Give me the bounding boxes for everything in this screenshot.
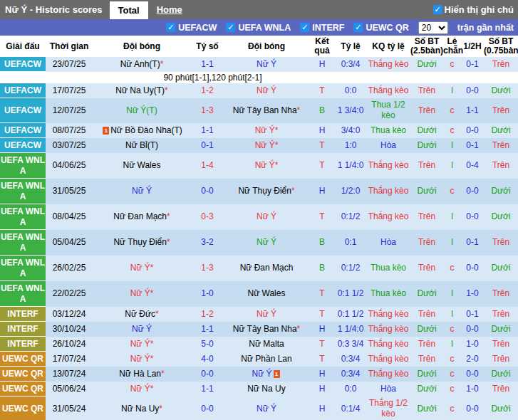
full-time-score: 3-2 <box>191 230 224 256</box>
team-link[interactable]: Nữ Malta <box>249 339 284 349</box>
league-badge: INTERF <box>0 322 46 337</box>
team-link[interactable]: Nữ Wales <box>248 288 286 298</box>
team-link[interactable]: Nữ Ý <box>255 140 275 150</box>
odd-even: l <box>443 153 461 179</box>
team-link[interactable]: Nữ Na Uy(T) <box>115 85 165 95</box>
column-header: KQ tỷ lệ <box>366 36 410 57</box>
result-letter: H <box>309 123 335 138</box>
checkbox-checked-icon[interactable]: ✓ <box>226 23 235 32</box>
filter-interf[interactable]: ✓ INTERF <box>300 23 344 33</box>
team-link[interactable]: Nữ Ý <box>257 85 276 95</box>
tab-home[interactable]: Home <box>148 0 191 19</box>
over-under-0-75: Trên <box>484 98 518 123</box>
league-badge: UEFACW <box>0 138 46 153</box>
team-link[interactable]: Nữ Anh(T) <box>120 59 160 69</box>
team-link[interactable]: Nữ Ý(T) <box>126 105 157 115</box>
filter-label: UEFACW <box>178 23 217 33</box>
handicap-result: Thua kèo <box>366 256 410 281</box>
show-notes-toggle[interactable]: ✓ Hiển thị ghi chú <box>433 0 518 19</box>
match-row: UEFA WNLA22/02/25Nữ Ý*1-0Nữ WalesT0:1 1/… <box>0 281 518 307</box>
over-under-0-75: Trên <box>484 307 518 322</box>
handicap-odds: 0:3/4 <box>335 352 366 367</box>
checkbox-checked-icon[interactable]: ✓ <box>353 23 363 32</box>
odd-even: c <box>443 57 461 72</box>
checkbox-checked-icon[interactable]: ✓ <box>166 23 175 32</box>
team-link[interactable]: Nữ Bỉ(T) <box>125 140 158 150</box>
team-link[interactable]: Nữ Ý <box>257 211 276 221</box>
team-cell: Nữ Ý <box>93 179 191 204</box>
match-date: 31/05/25 <box>46 179 93 204</box>
match-date: 26/10/24 <box>46 337 93 352</box>
over-under-2-5: Dưới <box>410 123 443 138</box>
team-link[interactable]: Nữ Ý <box>252 369 271 379</box>
over-under-0-75: Trên <box>484 382 518 397</box>
team-link[interactable]: Nữ Ý <box>257 309 276 319</box>
handicap-odds: 0:1 1/2 <box>335 307 366 322</box>
team-link[interactable]: Nữ Ý <box>130 384 150 394</box>
team-link[interactable]: Nữ Ý <box>130 339 150 349</box>
team-cell: Nữ Ý* <box>224 123 309 138</box>
team-cell: Nữ Ý* <box>93 256 191 281</box>
checkbox-checked-icon[interactable]: ✓ <box>300 23 309 32</box>
team-link[interactable]: Nữ Tây Ban Nha <box>233 105 297 115</box>
team-link[interactable]: Nữ Ý <box>130 354 150 364</box>
team-link[interactable]: Nữ Thụy Điển <box>238 186 291 196</box>
favorite-star-icon: * <box>161 369 165 379</box>
team-link[interactable]: Nữ Ý <box>255 160 275 170</box>
team-link[interactable]: Nữ Wales <box>123 160 161 170</box>
over-under-0-75: Dưới <box>484 123 518 138</box>
favorite-star-icon: * <box>150 384 154 394</box>
checkbox-checked-icon[interactable]: ✓ <box>433 5 442 14</box>
team-link[interactable]: Nữ Đức <box>125 309 155 319</box>
team-link[interactable]: Nữ Ý <box>130 263 150 273</box>
team-link[interactable]: Nữ Hà Lan <box>119 369 161 379</box>
odd-even: l <box>443 204 461 230</box>
filter-uefacw[interactable]: ✓ UEFACW <box>166 23 217 33</box>
handicap-result: Hòa <box>366 138 410 153</box>
filter-uewc-qr[interactable]: ✓ UEWC QR <box>353 23 408 33</box>
match-date: 05/04/25 <box>46 230 93 256</box>
team-link[interactable]: Nữ Ý <box>132 186 152 196</box>
tab-total[interactable]: Total <box>110 1 148 19</box>
team-link[interactable]: Nữ Đan Mạch <box>240 263 294 273</box>
team-cell: Nữ Na Uy* <box>93 397 191 420</box>
column-header: 1/2H <box>461 36 484 57</box>
team-link[interactable]: Nữ Thụy Điển <box>113 237 167 247</box>
team-cell: Nữ Tây Ban Nha* <box>224 322 309 337</box>
handicap-result: Thắng kèo <box>366 307 410 322</box>
team-link[interactable]: Nữ Tây Ban Nha <box>233 324 297 334</box>
odd-even: c <box>443 382 461 397</box>
half-time-score: 0-4 <box>461 153 484 179</box>
over-under-2-5: Trên <box>410 337 443 352</box>
filter-uefa-wnla[interactable]: ✓ UEFA WNLA <box>226 23 291 33</box>
handicap-odds: 1 3/4:0 <box>335 98 366 123</box>
team-link[interactable]: Nữ Ý <box>257 237 276 247</box>
team-link[interactable]: Nữ Ý <box>257 59 276 69</box>
favorite-star-icon: * <box>297 324 301 334</box>
team-cell: Nữ Tây Ban Nha* <box>224 98 309 123</box>
over-under-0-75: Trên <box>484 57 518 72</box>
team-link[interactable]: Nữ Ý <box>257 404 276 414</box>
team-link[interactable]: Nữ Phần Lan <box>241 354 291 364</box>
odd-even: c <box>443 179 461 204</box>
team-link[interactable]: Nữ Na Uy <box>247 384 285 394</box>
team-link[interactable]: Nữ Ý <box>132 324 152 334</box>
team-link[interactable]: Nữ Đan Mạch <box>113 211 167 221</box>
handicap-result: Thắng kèo <box>366 204 410 230</box>
team-link[interactable]: Nữ Na Uy <box>121 404 159 414</box>
team-link[interactable]: Nữ Ý <box>130 288 150 298</box>
league-badge: UEFACW <box>0 83 46 98</box>
favorite-star-icon: * <box>165 85 168 95</box>
match-date: 08/04/25 <box>46 204 93 230</box>
handicap-odds: 1 1/4:0 <box>335 153 366 179</box>
recent-count-select[interactable]: 20 <box>418 21 448 34</box>
team-link[interactable]: Nữ Ý <box>255 125 275 135</box>
half-time-score: 0-0 <box>461 123 484 138</box>
over-under-0-75: Trên <box>484 153 518 179</box>
handicap-result: Thắng kèo <box>366 322 410 337</box>
odd-even: l <box>443 281 461 307</box>
column-header: Giải đấu <box>0 36 46 57</box>
team-link[interactable]: Nữ Bồ Đào Nha(T) <box>110 125 182 135</box>
team-cell: Nữ Ý* <box>93 337 191 352</box>
team-cell: Nữ Ý1 <box>224 367 309 382</box>
